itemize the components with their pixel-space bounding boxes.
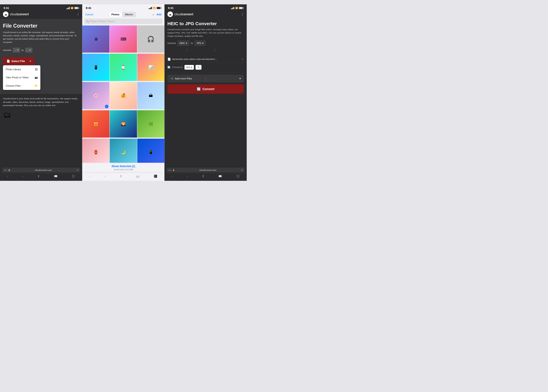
arrow-jpg: ↑ — [214, 48, 216, 53]
menu-icon-1[interactable]: ⋮ — [77, 13, 79, 16]
phone2-screen: Cancel Photos Albums → Add 🔍 Photos, Peo… — [82, 10, 164, 181]
signal-icon-2 — [149, 7, 152, 9]
heic-format-select[interactable]: HEIC ▾ — [178, 41, 190, 46]
photo-cell-5[interactable]: ⌚ — [110, 54, 137, 81]
nav-forward-1[interactable]: › — [22, 175, 23, 178]
convert-to-value: JPG — [186, 66, 190, 69]
tab-photos[interactable]: Photos — [108, 12, 122, 17]
nav-share-1[interactable]: ⬆ — [37, 175, 40, 178]
tab-albums[interactable]: Albums — [122, 12, 135, 17]
settings-button[interactable]: 🔧 — [195, 65, 201, 70]
photo-cell-4[interactable]: 📱 — [82, 54, 109, 81]
photo-8: 🍊 — [110, 82, 137, 109]
nav-forward-2[interactable]: › — [105, 175, 106, 178]
nav-bookmarks-3[interactable]: 📖 — [218, 175, 222, 178]
photo-15: 📱 — [137, 139, 164, 166]
arrow-add: → — [151, 12, 155, 17]
nav-bar-2: ‹ › ⬆ 📖 ⬛ — [82, 174, 164, 181]
select-file-button[interactable]: 📄 Select File ▾ — [3, 57, 35, 65]
dropdown-menu-1: → Photo Library 🖼 Take Photo or Video 📷 — [3, 65, 41, 90]
aa-label-1[interactable]: AA — [4, 169, 7, 171]
file-doc-icon: 📄 — [167, 57, 171, 61]
to-format-select-1[interactable]: ... ▾ — [25, 48, 32, 53]
photo-cell-9[interactable]: 🏔 — [137, 82, 164, 109]
nav-share-3[interactable]: ⬆ — [202, 175, 204, 178]
to-label-3: to — [191, 42, 193, 45]
picker-cancel-button[interactable]: Cancel — [85, 13, 93, 16]
photo-cell-10[interactable]: 🐱 — [82, 110, 109, 137]
refresh-icon-1[interactable]: ↺ — [77, 169, 78, 171]
jpg-chevron: ▾ — [202, 42, 203, 45]
photo-cell-1[interactable]: 🖥 — [82, 25, 109, 53]
photo-cell-14[interactable]: 🌙 — [110, 139, 137, 166]
file-delete-button[interactable]: ✕ — [241, 57, 244, 61]
logo-icon-3: ☁ — [167, 11, 173, 17]
refresh-icon-3[interactable]: ↺ — [241, 169, 243, 171]
url-text-1[interactable]: cloudconvert.com — [11, 169, 75, 171]
search-icon: 🔍 — [86, 20, 89, 23]
convert-row-3: convert HEIC ▾ to JPG ▾ ↑ ↑ — [167, 41, 244, 46]
to-chevron-1: ▾ — [29, 49, 31, 51]
dropdown-choose-files[interactable]: Choose Files 📁 — [3, 82, 41, 90]
page-description-3: CloudConvert converts your image files o… — [167, 28, 244, 38]
convert-btn-icon: 🔄 — [197, 87, 201, 91]
nav-share-2[interactable]: ⬆ — [120, 175, 122, 178]
url-text-3[interactable]: cloudconvert.com — [176, 169, 240, 171]
photo-cell-13[interactable]: 🏮 — [82, 139, 109, 166]
nav-bookmarks-2[interactable]: 📖 — [136, 175, 140, 178]
photo-cell-2[interactable]: ⌨ — [110, 25, 137, 53]
photo-cell-12[interactable]: 🌿 — [137, 110, 164, 137]
logo-1: ☁ cloudconvert — [3, 11, 29, 17]
dropdown-photo-library[interactable]: Photo Library 🖼 — [3, 65, 41, 73]
file-icon-decorative: 🗂 — [3, 110, 79, 119]
picker-add-button[interactable]: Add — [157, 13, 162, 16]
nav-row-3: ‹ › ⬆ 📖 ⬛ — [164, 175, 247, 178]
search-placeholder[interactable]: Photos, People, Places... — [90, 20, 116, 23]
nav-back-3[interactable]: ‹ — [171, 175, 172, 178]
nav-back-1[interactable]: ‹ — [7, 175, 8, 178]
address-bar-1: AA 🔒 cloudconvert.com ↺ — [0, 167, 82, 174]
nav-forward-3[interactable]: › — [187, 175, 188, 178]
show-selected-button[interactable]: Show Selected (1) — [84, 165, 163, 168]
logo-3: ☁ cloudconvert — [167, 11, 193, 17]
photo-cell-3[interactable]: 🎧 — [137, 25, 164, 53]
photo-cell-8[interactable]: 🍊 — [110, 82, 137, 109]
from-format-select-1[interactable]: ... ▾ — [13, 48, 20, 53]
nav-bookmarks-1[interactable]: 📖 — [54, 175, 57, 178]
aa-label-3[interactable]: AA — [169, 169, 171, 171]
nav-tabs-2[interactable]: ⬛ — [154, 175, 157, 178]
page-title-1: File Converter — [3, 23, 79, 29]
nav-back-2[interactable]: ‹ — [89, 175, 90, 178]
to-label-1: to — [21, 49, 24, 52]
heic-chevron: ▾ — [186, 42, 187, 45]
nav-row-2: ‹ › ⬆ 📖 ⬛ — [82, 175, 164, 178]
photo-cell-11[interactable]: 🌄 — [110, 110, 137, 137]
signal-icon-3 — [231, 7, 234, 9]
take-photo-icon: 📷 — [35, 76, 38, 79]
status-bar-3: 9:41 📶 — [164, 4, 247, 10]
photo-2: ⌨ — [110, 25, 137, 53]
menu-icon-3[interactable]: ⋮ — [241, 13, 244, 16]
convert-button[interactable]: 🔄 Convert — [167, 84, 244, 94]
address-bar-box-3: AA 🔒 cloudconvert.com ↺ — [167, 168, 245, 173]
nav-tabs-3[interactable]: ⬛ — [236, 175, 240, 178]
jpg-format-select[interactable]: JPG ▾ — [195, 41, 206, 46]
status-time-3: 9:41 — [168, 6, 174, 9]
dropdown-take-photo[interactable]: Take Photo or Video 📷 — [3, 73, 41, 82]
photo-cell-7[interactable]: 🌸 ✓ — [82, 82, 109, 109]
photo-9: 🏔 — [137, 82, 164, 109]
status-bar-1: 9:41 📶 — [0, 4, 82, 10]
status-bar-2: 9:41 📶 — [82, 4, 164, 10]
photo-5: ⌚ — [110, 54, 137, 81]
wifi-icon-1: 📶 — [71, 7, 73, 9]
content-area-1: File Converter CloudConvert is an online… — [0, 19, 82, 167]
signal-icon-1 — [66, 7, 70, 9]
photo-library-icon: 🖼 — [35, 68, 38, 71]
photo-cell-15[interactable]: 📱 — [137, 139, 164, 166]
photo-grid: 🖥 ⌨ 🎧 📱 ⌚ 📊 🌸 ✓ — [82, 25, 164, 167]
convert-to-format-select[interactable]: JPG ▾ — [185, 65, 194, 70]
main-content-1: File Converter CloudConvert is an online… — [0, 19, 82, 94]
take-photo-label: Take Photo or Video — [6, 76, 29, 79]
photo-cell-6[interactable]: 📊 — [137, 54, 164, 81]
nav-tabs-1[interactable]: ⬛ — [71, 175, 75, 178]
